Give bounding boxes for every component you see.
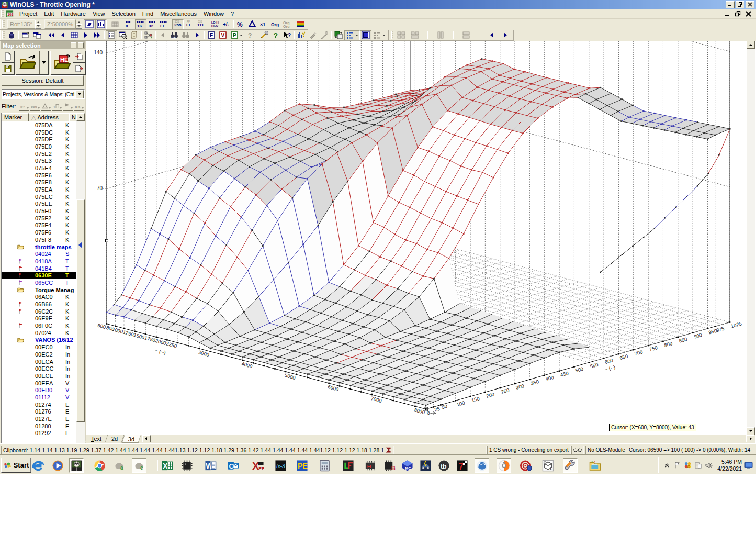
filter-text-button[interactable]: eee — [30, 102, 40, 111]
delta-button[interactable] — [246, 19, 258, 29]
taskbar-icon-tb[interactable]: tb — [437, 459, 450, 472]
panel-close-button[interactable] — [78, 42, 84, 48]
map-list-row[interactable]: 0630ET — [2, 272, 77, 279]
view-3d-button[interactable] — [84, 19, 95, 29]
filter-eq-button[interactable]: =? — [19, 102, 29, 111]
taskbar-icon-folder-fax[interactable] — [589, 459, 601, 472]
map-list-row[interactable]: 00EC0In — [2, 343, 77, 351]
map-list-row[interactable]: 01112V — [2, 394, 77, 401]
hex-button[interactable]: FFFF — [184, 19, 195, 29]
map-list-row[interactable]: 075DCK — [2, 129, 77, 136]
script-button[interactable] — [129, 30, 140, 40]
menu-view[interactable]: View — [89, 9, 109, 18]
freeze-button[interactable]: F — [206, 30, 217, 40]
map-list-row[interactable]: 041B4T — [2, 265, 77, 272]
org-button[interactable]: Org — [269, 19, 281, 29]
search-gray-button[interactable] — [180, 30, 191, 40]
rotation-spinner-arrows[interactable] — [35, 20, 41, 29]
lohi-button[interactable]: LO HIHILO — [209, 19, 221, 29]
taskbar-icon-car[interactable] — [419, 459, 432, 472]
surface-3d-chart[interactable]: 6008001000125015001750200022503000400050… — [87, 41, 746, 435]
signed-button[interactable]: +/- — [221, 19, 232, 29]
taskbar-icon-box3d[interactable]: 1 — [541, 459, 554, 472]
save-button[interactable] — [2, 63, 14, 74]
map-list-row[interactable]: Torque Manag — [2, 286, 77, 294]
map-list-row[interactable]: 00ECEIn — [2, 372, 77, 380]
8bit-button[interactable]: 8 — [123, 19, 135, 29]
taskbar-icon-lf[interactable] — [342, 459, 354, 472]
column-address[interactable]: △Address — [29, 113, 69, 121]
statistics-button[interactable] — [296, 30, 307, 40]
toolbar-grip[interactable] — [391, 31, 393, 39]
taskbar-icon-chip-b[interactable]: B — [383, 459, 396, 472]
plot-scroll-down[interactable] — [747, 427, 755, 435]
menu-?[interactable]: ? — [228, 9, 238, 18]
map-list-row[interactable]: 00FD0V — [2, 386, 77, 394]
view-bars-button[interactable] — [95, 19, 107, 29]
tray-speaker-icon[interactable] — [704, 461, 713, 470]
taskbar-icon-gdata[interactable] — [520, 459, 532, 472]
taskbar-icon-word[interactable]: W — [204, 459, 217, 472]
map-list-row[interactable]: 01292E — [2, 430, 77, 437]
help-gray-button[interactable]: ? — [244, 30, 256, 40]
open-project-button[interactable] — [16, 51, 40, 74]
map-list-row[interactable]: 06B66K — [2, 301, 77, 308]
split-v-button[interactable] — [435, 30, 446, 40]
preview-button[interactable] — [117, 30, 129, 40]
map-list-row[interactable]: 075F6K — [2, 229, 77, 236]
map-list-row[interactable]: 075E3K — [2, 157, 77, 164]
project-button[interactable]: P — [229, 30, 244, 40]
prev-diff-button[interactable] — [486, 30, 498, 40]
show-desktop-icon[interactable] — [744, 461, 754, 470]
map-list-row[interactable]: 06E9EK — [2, 315, 77, 322]
2d-view-button[interactable] — [344, 30, 360, 40]
filter-kk-button[interactable]: KK — [74, 102, 84, 111]
taskbar-icon-chip-fe[interactable]: FE — [364, 459, 376, 472]
next-diff-button[interactable] — [500, 30, 511, 40]
map-list-row[interactable]: 01280E — [2, 422, 77, 430]
mdi-minimize-button[interactable] — [724, 10, 731, 17]
menu-selection[interactable]: Selection — [109, 9, 139, 18]
panel-pin-button[interactable] — [71, 42, 76, 48]
map-list-row[interactable]: 0127EE — [2, 415, 77, 422]
map-list-row[interactable]: 075F4K — [2, 222, 77, 229]
taskbar-icon-calculator[interactable] — [318, 459, 331, 472]
settings-button[interactable] — [258, 30, 270, 40]
taskbar-icon-xee[interactable]: XEE — [252, 459, 264, 472]
map-list-row[interactable]: 0418AT — [2, 258, 77, 265]
spin-up-button[interactable] — [35, 20, 41, 25]
list-vertical-scrollbar[interactable] — [76, 113, 85, 476]
session-button[interactable]: Session: Default — [2, 75, 84, 86]
version-button[interactable]: V — [217, 30, 229, 40]
help-button[interactable]: ? — [270, 30, 281, 40]
map-selection-button[interactable] — [106, 30, 117, 40]
windows-button[interactable] — [31, 30, 43, 40]
wizard-button[interactable] — [307, 30, 319, 40]
split-4-button[interactable] — [409, 30, 421, 40]
connections-button[interactable] — [143, 30, 154, 40]
toolbar-grip[interactable] — [2, 31, 5, 39]
zoom-spinner-arrows[interactable] — [76, 20, 82, 29]
map-list-row[interactable]: throttle maps — [2, 243, 77, 251]
split-h-button[interactable] — [396, 30, 407, 40]
map-list-row[interactable]: 075EAK — [2, 186, 77, 193]
map-list-row[interactable]: 01274E — [2, 401, 77, 408]
map-list-row[interactable]: 00ECCIn — [2, 365, 77, 372]
16bit-button[interactable]: 16 — [135, 19, 146, 29]
taskbar-icon-chip[interactable] — [180, 459, 193, 472]
3d-view-button[interactable] — [360, 30, 371, 40]
next-map-button[interactable] — [80, 30, 92, 40]
taskbar-icon-outlook[interactable]: O — [227, 459, 239, 472]
map-list-row[interactable]: 075ECK — [2, 193, 77, 201]
taskbar-icon-smc[interactable]: MC — [401, 459, 413, 472]
column-marker[interactable]: Marker — [2, 113, 29, 121]
menu-find[interactable]: Find — [139, 9, 157, 18]
list-scroll-up[interactable] — [76, 113, 85, 121]
grid-button[interactable] — [109, 19, 121, 29]
decimal-button[interactable]: 255255 — [172, 19, 184, 29]
search-hex-button[interactable]: 101 — [168, 30, 180, 40]
taskbar-icon-winols[interactable] — [69, 458, 84, 473]
restore-button[interactable] — [736, 1, 744, 8]
menu-hardware[interactable]: Hardware — [58, 9, 89, 18]
overlay-button[interactable] — [371, 30, 387, 40]
